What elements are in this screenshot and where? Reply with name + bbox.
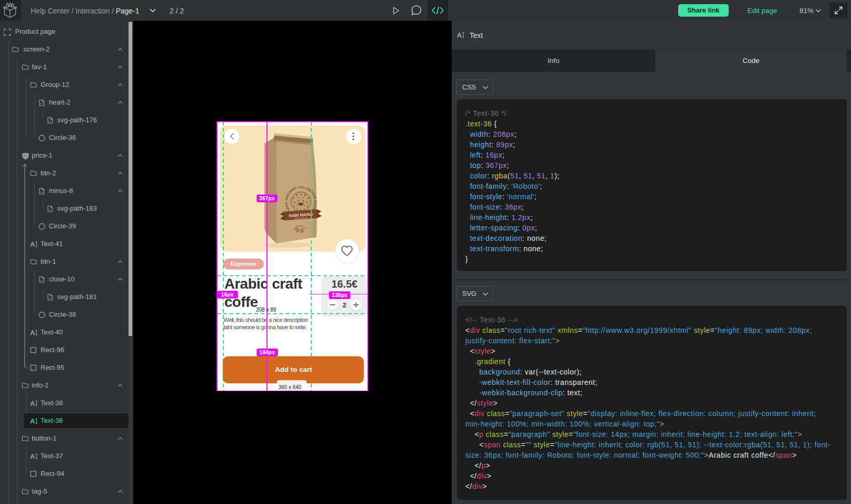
svg-text:A: A (30, 241, 35, 248)
svg-text:A: A (30, 400, 35, 407)
svg-text:A: A (457, 32, 462, 38)
svg-text:A: A (30, 329, 35, 336)
svg-text:A: A (30, 418, 35, 424)
svg-text:A: A (30, 453, 35, 460)
